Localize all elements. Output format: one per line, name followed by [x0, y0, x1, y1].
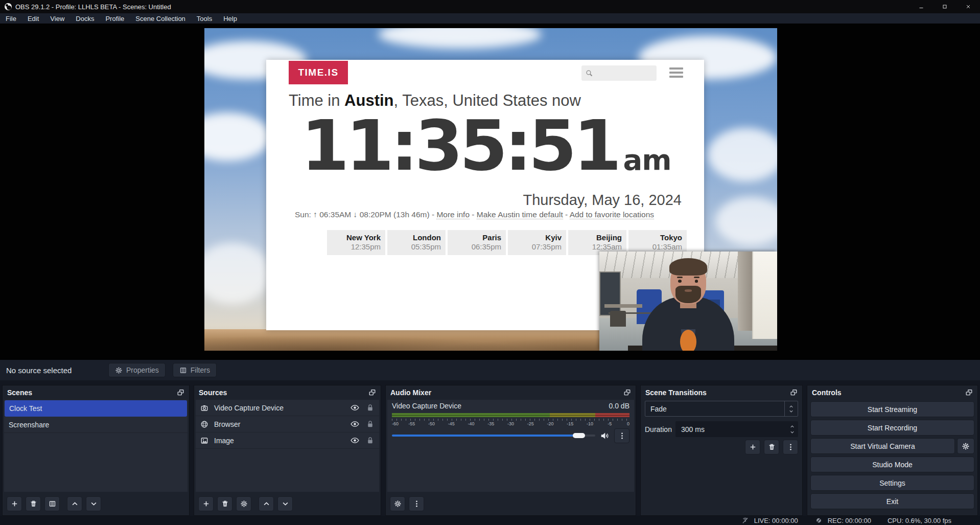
menu-scene-collection[interactable]: Scene Collection	[130, 13, 191, 24]
city-tile-kyiv[interactable]: Kyiv07:35pm	[508, 230, 566, 255]
remove-transition-button[interactable]	[764, 440, 779, 454]
volume-meter	[392, 413, 629, 417]
chevron-up-icon	[263, 500, 270, 508]
search-input[interactable]	[593, 70, 657, 77]
duration-spinbox[interactable]: 300 ms	[675, 421, 798, 437]
dots-vertical-icon	[787, 443, 795, 451]
plus-icon	[11, 500, 18, 508]
city-tile-new-york[interactable]: New York12:35pm	[327, 230, 385, 255]
mixer-options-button[interactable]	[409, 496, 424, 511]
meter-scale: -60 -55 -50 -45 -40 -35 -30 -25 -20 -15 …	[392, 421, 629, 427]
hamburger-menu-icon[interactable]	[669, 67, 683, 78]
source-context-bar: No source selected Properties Filters	[0, 360, 980, 380]
popout-icon[interactable]	[177, 389, 184, 396]
add-favorite-link[interactable]: Add to favorite locations	[570, 210, 654, 219]
dots-vertical-icon	[413, 500, 421, 508]
popout-icon[interactable]	[790, 389, 798, 396]
timeis-logo[interactable]: TIME.IS	[289, 61, 348, 84]
cloud	[204, 112, 271, 161]
add-source-button[interactable]	[198, 496, 214, 511]
source-properties-button[interactable]	[236, 496, 251, 511]
visibility-eye-icon[interactable]	[351, 420, 359, 428]
move-scene-down-button[interactable]	[86, 496, 101, 511]
lock-icon[interactable]	[366, 436, 375, 445]
move-source-up-button[interactable]	[259, 496, 274, 511]
clock-ampm: am	[623, 143, 671, 176]
channel-name: Video Capture Device	[392, 402, 461, 410]
cloud	[715, 197, 777, 245]
cloud	[708, 128, 777, 181]
remove-scene-button[interactable]	[26, 496, 41, 511]
scene-item-clock-test[interactable]: Clock Test	[5, 400, 187, 417]
source-item-browser[interactable]: Browser	[196, 416, 379, 432]
menu-edit[interactable]: Edit	[22, 13, 44, 24]
volume-slider[interactable]	[392, 435, 595, 437]
menu-docks[interactable]: Docks	[70, 13, 100, 24]
chevron-down-icon	[282, 500, 289, 508]
chevron-up-icon	[71, 500, 79, 508]
more-info-link[interactable]: More info	[436, 210, 470, 219]
city-tile-paris[interactable]: Paris06:35pm	[448, 230, 506, 255]
menu-profile[interactable]: Profile	[100, 13, 130, 24]
audio-mixer-panel: Audio Mixer Video Capture Device 0.0 dB …	[385, 385, 636, 516]
office-window	[752, 252, 777, 339]
source-item-image[interactable]: Image	[196, 432, 379, 449]
scene-filters-button[interactable]	[44, 496, 60, 511]
advanced-audio-button[interactable]	[390, 496, 405, 511]
virtual-camera-settings-button[interactable]	[957, 438, 974, 454]
start-streaming-button[interactable]: Start Streaming	[810, 401, 974, 417]
visibility-eye-icon[interactable]	[351, 403, 359, 412]
mixer-channel-strip: Video Capture Device 0.0 dB -60 -55 -50 …	[387, 400, 634, 492]
source-status-text: No source selected	[6, 366, 108, 375]
settings-button[interactable]: Settings	[810, 475, 974, 491]
popout-icon[interactable]	[368, 389, 376, 396]
menu-tools[interactable]: Tools	[191, 13, 218, 24]
visibility-eye-icon[interactable]	[351, 436, 359, 445]
close-button[interactable]	[956, 0, 980, 13]
speaker-icon[interactable]	[600, 431, 610, 441]
preview-canvas[interactable]: TIME.IS Time in Austin, Texas, United St…	[204, 28, 777, 351]
popout-icon[interactable]	[623, 389, 631, 396]
scene-item-screenshare[interactable]: Screenshare	[4, 417, 188, 433]
channel-level-db: 0.0 dB	[609, 402, 629, 410]
start-virtual-camera-button[interactable]: Start Virtual Camera	[810, 438, 955, 454]
obs-window: OBS 29.1.2 - Profile: LLHLS BETA - Scene…	[0, 0, 980, 525]
filters-icon	[49, 500, 56, 508]
volume-slider-handle[interactable]	[573, 433, 585, 438]
status-bar: LIVE: 00:00:00 REC: 00:00:00 CPU: 0.6%, …	[0, 516, 980, 525]
city-tile-london[interactable]: London05:35pm	[387, 230, 446, 255]
meter-tickmarks	[392, 419, 629, 421]
maximize-button[interactable]	[933, 0, 956, 13]
start-recording-button[interactable]: Start Recording	[810, 420, 974, 436]
exit-button[interactable]: Exit	[810, 493, 974, 509]
add-transition-button[interactable]	[745, 440, 760, 454]
search-box	[581, 65, 657, 81]
studio-mode-button[interactable]: Studio Mode	[810, 456, 974, 472]
add-scene-button[interactable]	[7, 496, 22, 511]
move-source-down-button[interactable]	[277, 496, 293, 511]
menu-file[interactable]: File	[0, 13, 22, 24]
scenes-list: Clock Test Screenshare	[4, 400, 188, 492]
transition-select[interactable]: Fade	[645, 401, 798, 417]
menu-help[interactable]: Help	[218, 13, 243, 24]
minimize-button[interactable]	[909, 0, 933, 13]
live-signal-icon	[741, 517, 750, 524]
transition-options-button[interactable]	[783, 440, 798, 454]
channel-options-button[interactable]	[614, 428, 629, 443]
properties-button[interactable]: Properties	[108, 363, 166, 377]
trash-icon	[221, 500, 229, 508]
panel-title: Controls	[812, 389, 842, 397]
source-item-video-capture[interactable]: Video Capture Device	[196, 400, 379, 416]
spinbox-arrows-icon[interactable]	[789, 425, 795, 434]
sources-list: Video Capture Device Browser Image	[196, 400, 379, 492]
search-icon	[585, 69, 593, 77]
lock-icon[interactable]	[366, 403, 375, 412]
filters-button[interactable]: Filters	[173, 363, 217, 377]
remove-source-button[interactable]	[217, 496, 232, 511]
popout-icon[interactable]	[965, 389, 973, 396]
lock-icon[interactable]	[366, 420, 375, 428]
panel-title: Audio Mixer	[390, 389, 431, 397]
move-scene-up-button[interactable]	[67, 496, 82, 511]
menu-view[interactable]: View	[44, 13, 70, 24]
make-default-link[interactable]: Make Austin time default	[477, 210, 563, 219]
